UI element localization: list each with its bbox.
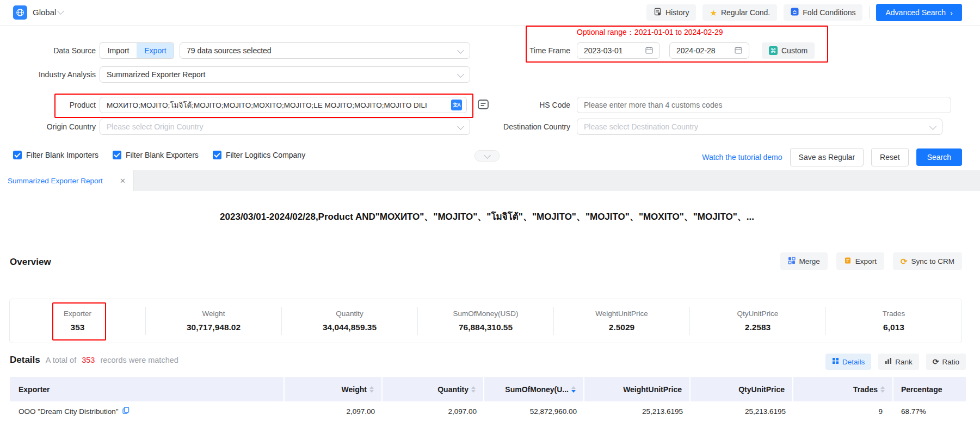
overview-stats-card: Exporter 353 Weight 30,717,948.02 Quanti… [9, 299, 962, 343]
view-ratio-button[interactable]: ⟳ Ratio [926, 354, 966, 370]
tab-summarized-exporter-report[interactable]: Summarized Exporter Report ✕ [0, 170, 134, 191]
chevron-down-icon [929, 123, 936, 130]
regular-cond-button[interactable]: ★ Regular Cond. [702, 4, 777, 21]
stat-value: 2.5029 [609, 323, 634, 332]
topbar-divider [869, 7, 870, 18]
sort-icon[interactable] [880, 386, 885, 393]
ratio-icon: ⟳ [933, 358, 939, 366]
origin-country-label: Origin Country [0, 119, 96, 135]
stat-trades: Trades 6,013 [826, 299, 961, 343]
details-total-suffix: records were matched [100, 356, 178, 364]
merge-button[interactable]: Merge [780, 252, 828, 270]
date-from-input[interactable]: 2023-03-01 [577, 42, 660, 59]
export-button[interactable]: Export [836, 252, 884, 270]
sort-icon[interactable] [369, 386, 374, 393]
col-sum-of-money[interactable]: SumOfMoney(U... [484, 377, 584, 401]
custom-range-button[interactable]: ⌘ Custom [762, 42, 815, 59]
stat-value: 76,884,310.55 [459, 323, 513, 332]
stat-qty-unit-price: QtyUnitPrice 2.2583 [690, 299, 825, 343]
fold-conditions-button[interactable]: Fold Conditions [784, 4, 862, 21]
advanced-search-button[interactable]: Advanced Search › [876, 4, 962, 21]
industry-analysis-select[interactable]: Summarized Exporter Report [100, 66, 470, 83]
col-weight-unit-price[interactable]: WeightUnitPrice [584, 377, 691, 401]
filter-logistics-company-label: Filter Logitics Company [226, 151, 305, 159]
checkbox-checked-icon [113, 151, 121, 159]
view-details-button[interactable]: Details [825, 354, 871, 370]
exporter-name-link[interactable]: OOO "Dream City Distribution" [19, 407, 119, 416]
export-toggle[interactable]: Export [137, 43, 174, 58]
stat-label: Exporter [64, 309, 91, 318]
col-trades[interactable]: Trades [793, 377, 893, 401]
date-to-input[interactable]: 2024-02-28 [669, 42, 749, 59]
col-exporter[interactable]: Exporter [10, 377, 285, 401]
col-quantity[interactable]: Quantity [383, 377, 484, 401]
origin-country-select[interactable]: Please select Origin Country [100, 119, 470, 135]
export-label: Export [855, 257, 877, 265]
region-selector-label[interactable]: Global [33, 0, 56, 25]
hs-code-input[interactable] [577, 97, 951, 113]
overview-title: Overview [10, 253, 51, 271]
stat-value: 2.2583 [745, 323, 771, 332]
save-as-regular-button[interactable]: Save as Regular [790, 148, 864, 166]
sync-icon: ⟳ [901, 257, 908, 265]
details-total-prefix: A total of [46, 356, 76, 364]
top-bar: Global History ★ Regular Cond. Fold Cond… [0, 0, 980, 26]
industry-analysis-value: Summarized Exporter Report [107, 70, 205, 79]
tutorial-demo-link[interactable]: Watch the tutorial demo [702, 153, 782, 162]
stat-label: Quantity [336, 309, 363, 318]
history-icon [654, 8, 662, 17]
hs-code-input-wrap [577, 97, 951, 113]
filter-blank-exporters-checkbox[interactable]: Filter Blank Exporters [113, 151, 199, 159]
data-source-segment: Import Export [100, 42, 174, 59]
time-frame-label: Time Frame [456, 42, 570, 59]
stat-weight-unit-price: WeightUnitPrice 2.5029 [554, 299, 689, 343]
stat-quantity: Quantity 34,044,859.35 [282, 299, 417, 343]
close-icon[interactable]: ✕ [120, 177, 126, 184]
cell-percentage: 68.77% [893, 401, 966, 421]
col-qty-unit-price[interactable]: QtyUnitPrice [691, 377, 793, 401]
col-weight[interactable]: Weight [285, 377, 383, 401]
table-row[interactable]: OOO "Dream City Distribution" 2,097.00 2… [10, 401, 966, 421]
reset-button[interactable]: Reset [871, 148, 909, 166]
date-to-value: 2024-02-28 [676, 46, 716, 55]
history-button[interactable]: History [646, 4, 697, 21]
export-icon [844, 257, 852, 266]
merge-label: Merge [799, 257, 820, 265]
filter-checkbox-row: Filter Blank Importers Filter Blank Expo… [13, 151, 305, 159]
grid-icon [832, 357, 839, 366]
globe-icon[interactable] [13, 5, 27, 20]
stat-value: 30,717,948.02 [187, 323, 241, 332]
copy-icon[interactable] [122, 407, 130, 416]
data-sources-select[interactable]: 79 data sources selected [180, 42, 470, 59]
star-icon: ★ [710, 9, 717, 17]
advanced-search-page: Global History ★ Regular Cond. Fold Cond… [0, 0, 980, 421]
import-toggle[interactable]: Import [100, 43, 137, 58]
stat-label: Weight [202, 309, 225, 318]
sync-to-crm-label: Sync to CRM [911, 257, 954, 265]
search-button[interactable]: Search [916, 148, 962, 166]
filter-logistics-company-checkbox[interactable]: Filter Logitics Company [213, 151, 305, 159]
sync-to-crm-button[interactable]: ⟳ Sync to CRM [893, 252, 962, 270]
col-percentage: Percentage [893, 377, 966, 401]
checkbox-checked-icon [213, 151, 221, 159]
overview-actions: Merge Export ⟳ Sync to CRM [780, 252, 962, 270]
fold-conditions-label: Fold Conditions [803, 8, 855, 17]
view-rank-button[interactable]: Rank [878, 354, 919, 370]
region-chevron-down-icon[interactable] [58, 11, 63, 14]
stat-weight: Weight 30,717,948.02 [146, 299, 281, 343]
collapse-form-button[interactable] [474, 150, 500, 162]
product-label: Product [0, 97, 96, 113]
product-input[interactable]: МОХИТО;MOJITO;โมจิโต้;MOJITO;MOJITO;MOXI… [100, 97, 467, 113]
data-source-label: Data Source [0, 42, 96, 59]
custom-label: Custom [781, 46, 808, 55]
cell-weight-unit-price: 25,213.6195 [584, 401, 691, 421]
cell-exporter: OOO "Dream City Distribution" [10, 401, 285, 421]
filter-blank-importers-checkbox[interactable]: Filter Blank Importers [13, 151, 98, 159]
destination-country-select[interactable]: Please select Destination Country [577, 119, 942, 135]
tab-strip [0, 170, 980, 191]
sort-icon-active[interactable] [571, 386, 576, 393]
cell-quantity: 2,097.00 [383, 401, 484, 421]
data-sources-value: 79 data sources selected [187, 46, 272, 55]
fold-icon [791, 8, 799, 17]
sort-icon[interactable] [471, 386, 476, 393]
